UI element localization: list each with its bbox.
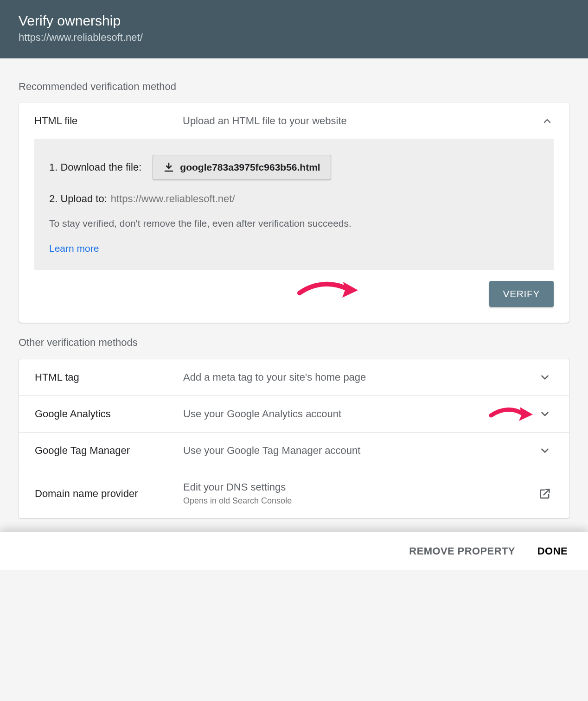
card-actions: VERIFY <box>19 270 569 323</box>
dialog-title: Verify ownership <box>19 13 569 29</box>
method-description: Use your Google Analytics account <box>183 408 537 420</box>
recommended-section-label: Recommended verification method <box>19 81 569 93</box>
method-google-tag-manager[interactable]: Google Tag Manager Use your Google Tag M… <box>19 433 569 469</box>
method-title: HTML tag <box>35 371 183 383</box>
method-title: Google Tag Manager <box>35 445 183 457</box>
step-2-url: https://www.reliablesoft.net/ <box>111 193 235 205</box>
method-title: HTML file <box>34 115 183 127</box>
chevron-up-icon <box>541 115 554 127</box>
step-1: 1. Download the file: google783a3975fc96… <box>49 155 539 180</box>
download-icon <box>163 162 174 173</box>
dialog-footer: REMOVE PROPERTY DONE <box>0 532 588 570</box>
method-description: Add a meta tag to your site's home page <box>183 371 537 383</box>
method-domain-name-provider[interactable]: Domain name provider Edit your DNS setti… <box>19 469 569 518</box>
method-html-tag[interactable]: HTML tag Add a meta tag to your site's h… <box>19 359 569 396</box>
chevron-down-icon <box>537 445 553 457</box>
step-1-label: 1. Download the file: <box>49 161 141 173</box>
method-desc-text: Edit your DNS settings <box>183 481 286 493</box>
step-2: 2. Upload to: https://www.reliablesoft.n… <box>49 193 539 205</box>
dialog-body: Recommended verification method HTML fil… <box>0 58 588 518</box>
method-subtext: Opens in old Search Console <box>183 496 537 506</box>
dialog-header: Verify ownership https://www.reliablesof… <box>0 0 588 58</box>
done-button[interactable]: DONE <box>537 545 568 557</box>
method-title: Google Analytics <box>35 408 183 420</box>
chevron-down-icon <box>537 408 553 420</box>
method-title: Domain name provider <box>35 488 183 500</box>
method-google-analytics[interactable]: Google Analytics Use your Google Analyti… <box>19 396 569 433</box>
dialog-subtitle-url: https://www.reliablesoft.net/ <box>19 32 569 44</box>
download-file-button[interactable]: google783a3975fc963b56.html <box>153 155 331 180</box>
download-filename: google783a3975fc963b56.html <box>180 162 320 173</box>
annotation-arrow-icon <box>297 276 362 302</box>
method-description: Use your Google Tag Manager account <box>183 445 537 457</box>
verify-button[interactable]: VERIFY <box>489 281 554 307</box>
stay-verified-note: To stay verified, don't remove the file,… <box>49 218 539 229</box>
step-2-label: 2. Upload to: <box>49 193 107 205</box>
open-external-icon <box>537 487 553 500</box>
html-file-method-header[interactable]: HTML file Upload an HTML file to your we… <box>19 103 569 139</box>
annotation-arrow-icon <box>489 403 536 424</box>
learn-more-link[interactable]: Learn more <box>49 243 99 254</box>
html-file-steps: 1. Download the file: google783a3975fc96… <box>34 139 554 270</box>
recommended-method-card: HTML file Upload an HTML file to your we… <box>19 103 569 323</box>
remove-property-button[interactable]: REMOVE PROPERTY <box>409 545 515 557</box>
method-description: Edit your DNS settings Opens in old Sear… <box>183 481 537 506</box>
other-methods-label: Other verification methods <box>19 337 569 349</box>
method-description: Upload an HTML file to your website <box>183 115 541 127</box>
chevron-down-icon <box>537 371 553 383</box>
other-methods-list: HTML tag Add a meta tag to your site's h… <box>19 359 569 518</box>
